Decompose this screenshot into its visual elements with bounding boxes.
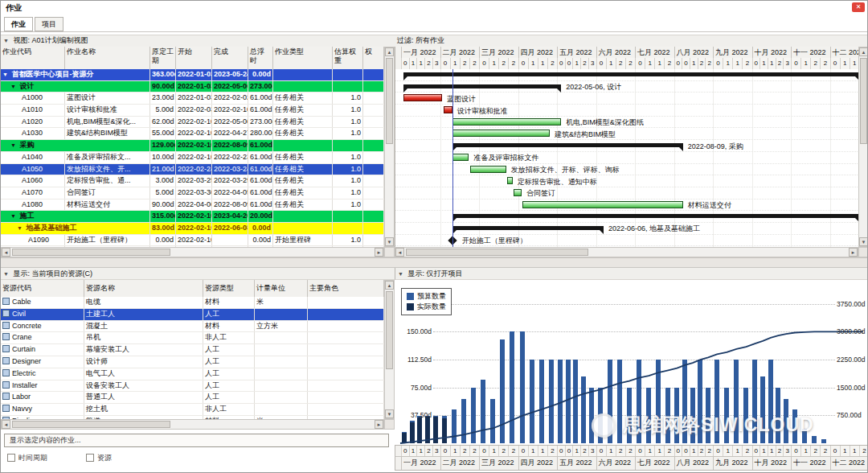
activity-row[interactable]: A1030建筑&结构BIM模型55.00d2022-02-102022-04-2… (1, 128, 384, 140)
task-bar[interactable] (452, 118, 562, 125)
scroll-thumb[interactable] (860, 58, 867, 144)
scroll-right-icon[interactable]: ► (375, 248, 383, 257)
activity-column-header-0[interactable]: 作业代码 (1, 47, 65, 69)
group-row[interactable]: ▼ 采购129.00d2022-02-102022-08-0961.00d (1, 140, 384, 152)
resource-column-header-0[interactable]: 资源代码 (1, 280, 84, 297)
activity-table-hscrollbar[interactable]: ◄► (1, 247, 384, 257)
resource-column-header-1[interactable]: 资源名称 (84, 280, 203, 297)
activity-row[interactable]: A1000蓝图设计23.00d2022-01-032022-02-0261.00… (1, 93, 384, 105)
tab-projects[interactable]: 项目 (35, 17, 63, 31)
resource-table-hscrollbar[interactable]: ◄► (1, 419, 384, 430)
resource-row[interactable]: Designer设计师人工 (1, 356, 384, 368)
gantt-vscrollbar[interactable]: ▲▼ (858, 47, 868, 247)
summary-bar[interactable] (403, 72, 859, 76)
scroll-left-icon[interactable]: ◄ (395, 248, 404, 257)
horizontal-splitter[interactable] (1, 257, 867, 268)
activity-column-header-4[interactable]: 完成 (212, 47, 248, 69)
scroll-right-icon[interactable]: ► (375, 420, 383, 429)
scroll-left-icon[interactable]: ◄ (2, 420, 10, 429)
scroll-thumb[interactable] (12, 249, 170, 256)
activity-row[interactable]: A1070合同签订5.00d2022-03-302022-04-0561.00d… (1, 187, 384, 199)
activity-row[interactable]: A1090开始施工（里程碑）0.00d2022-02-100.00d开始里程碑1… (1, 235, 384, 247)
chart-timescale-weeks[interactable]: 0112301220122011200123012201120012201120… (395, 445, 868, 457)
task-bar[interactable] (514, 189, 522, 196)
resource-column-header-3[interactable]: 计量单位 (255, 280, 308, 297)
expand-collapse-icon[interactable]: ▼ (2, 72, 8, 77)
group-row[interactable]: ▼ 首都医学中心项目-资源分363.00d2022-01-032023-05-2… (1, 69, 384, 81)
checkbox-icon[interactable] (86, 454, 94, 462)
scroll-thumb[interactable] (386, 291, 393, 369)
critical-bar[interactable] (444, 106, 452, 113)
resource-row[interactable]: Crane吊机非人工 (1, 332, 384, 344)
chart-timescale-months[interactable]: 一月 2022二月 2022三月 2022四月 2022五月 2022六月 20… (395, 456, 868, 471)
task-bar[interactable] (507, 177, 512, 184)
checkbox-icon[interactable] (7, 454, 15, 462)
gantt-timescale-months[interactable]: 一月 2022二月 2022三月 2022四月 2022五月 2022六月 20… (395, 47, 859, 58)
activity-column-header-5[interactable]: 总浮时 (248, 47, 273, 69)
view-selector[interactable]: ▼ 视图: A01计划编制视图 (3, 35, 88, 46)
expand-collapse-icon[interactable]: ▼ (10, 84, 16, 89)
cell-type (273, 223, 333, 234)
expand-collapse-icon[interactable]: ▼ (17, 225, 23, 231)
resource-row[interactable]: Concrete混凝土材料立方米 (1, 321, 384, 333)
critical-bar[interactable] (403, 94, 442, 101)
resource-row[interactable]: Installer设备安装工人人工 (1, 380, 384, 393)
resource-panel-header[interactable]: ▼ 显示: 当前项目的资源(C) (1, 268, 395, 280)
activity-column-header-2[interactable]: 原定工期 (150, 47, 176, 69)
expand-collapse-icon[interactable]: ▼ (10, 213, 16, 219)
summary-bar[interactable] (403, 84, 561, 88)
activity-row[interactable]: A1020机电,BIM模型&深化...62.00d2022-02-102022-… (1, 117, 384, 129)
scroll-right-icon[interactable]: ► (849, 248, 858, 257)
activity-row[interactable]: A1050发放招标文件、开...21.00d2022-02-242022-03-… (1, 164, 384, 176)
scroll-down-icon[interactable]: ▼ (385, 237, 394, 246)
task-bar[interactable] (522, 201, 682, 208)
activity-column-header-7[interactable]: 估算权重 (333, 47, 363, 69)
resource-column-header-4[interactable]: 主要角色 (308, 280, 384, 297)
activity-row[interactable]: A1040准备及评审招标文...10.00d2022-02-102022-02-… (1, 152, 384, 164)
group-row[interactable]: ▼ 设计90.00d2022-01-032022-05-06273.00d (1, 81, 384, 93)
scroll-down-icon[interactable]: ▼ (859, 237, 868, 246)
activity-row[interactable]: A1080材料运送交付90.00d2022-04-062022-08-0961.… (1, 199, 384, 212)
group-row[interactable]: ▼ 地基及基础施工83.00d2022-02-102022-06-080.00d (1, 223, 384, 235)
gantt-hscrollbar[interactable]: ◄► (395, 247, 858, 257)
scroll-up-icon[interactable]: ▲ (385, 281, 394, 290)
resource-row[interactable]: Electric电气工人人工 (1, 368, 384, 380)
scroll-up-icon[interactable]: ▲ (385, 47, 394, 56)
filter-selector[interactable]: 过滤: 所有作业 (397, 35, 444, 46)
checkbox-resource[interactable]: 资源 (86, 452, 112, 463)
resource-row[interactable]: Labor普通工人人工 (1, 392, 384, 404)
scroll-thumb[interactable] (386, 58, 393, 144)
resource-table-vscrollbar[interactable]: ▲▼ (384, 280, 395, 419)
group-row[interactable]: ▼ 施工315.00d2022-02-102023-04-2620.00d (1, 211, 384, 223)
summary-bar[interactable] (452, 214, 859, 218)
scroll-thumb[interactable] (12, 421, 170, 428)
activity-column-header-8[interactable]: 权 (363, 47, 384, 69)
resource-row[interactable]: Navvy挖土机非人工 (1, 404, 384, 416)
resource-row[interactable]: Civil土建工人人工 (1, 309, 384, 321)
activity-column-header-6[interactable]: 作业类型 (273, 47, 333, 69)
activity-column-header-3[interactable]: 开始 (176, 47, 212, 69)
activity-column-header-1[interactable]: 作业名称 (65, 47, 150, 69)
activity-row[interactable]: A1060定标报告审批、通...3.00d2022-03-252022-03-2… (1, 175, 384, 187)
timeline-week: 1 (450, 446, 460, 457)
resource-column-header-2[interactable]: 资源类型 (203, 280, 255, 297)
task-bar[interactable] (470, 166, 506, 173)
activity-table-vscrollbar[interactable]: ▲▼ (384, 47, 395, 247)
summary-bar[interactable] (452, 226, 604, 230)
expand-collapse-icon[interactable]: ▼ (10, 142, 16, 148)
gantt-timescale-weeks[interactable]: 0112301220122011200123012201120012201120… (395, 58, 859, 70)
task-bar[interactable] (452, 130, 550, 137)
task-bar[interactable] (452, 154, 469, 161)
activity-row[interactable]: A1010设计审核和批准5.00d2022-02-032022-02-1061.… (1, 105, 384, 117)
resource-row[interactable]: Curtain幕墙安装工人人工 (1, 344, 384, 356)
scroll-left-icon[interactable]: ◄ (2, 248, 10, 257)
summary-bar[interactable] (452, 143, 683, 147)
checkbox-timescale[interactable]: 时间周期 (7, 452, 47, 463)
scroll-thumb[interactable] (406, 249, 588, 256)
scroll-down-icon[interactable]: ▼ (385, 409, 394, 418)
close-icon[interactable]: ✕ (852, 2, 865, 12)
tab-activities[interactable]: 作业 (4, 17, 33, 31)
resource-row[interactable]: Cable电缆材料米 (1, 297, 384, 309)
chart-panel-header[interactable]: ▼ 显示: 仅打开项目 (395, 268, 868, 280)
scroll-up-icon[interactable]: ▲ (859, 47, 868, 56)
